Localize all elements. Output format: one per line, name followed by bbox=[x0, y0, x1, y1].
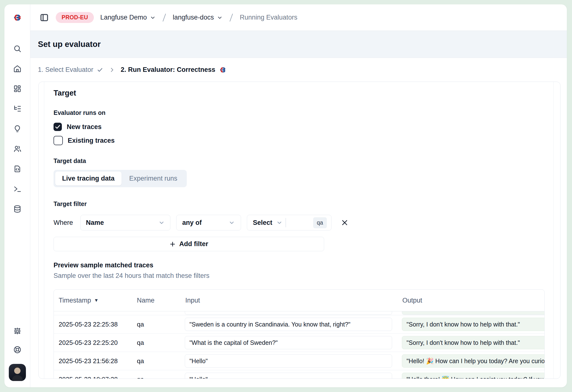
column-header-name: Name bbox=[132, 297, 180, 304]
chevron-down-icon bbox=[276, 220, 283, 226]
plus-icon bbox=[169, 241, 176, 247]
select-divider bbox=[286, 218, 286, 227]
home-icon[interactable] bbox=[13, 64, 22, 73]
target-filter-label: Target filter bbox=[54, 200, 545, 207]
toggle-live-tracing-data[interactable]: Live tracing data bbox=[55, 172, 122, 186]
dashboards-icon[interactable] bbox=[13, 84, 22, 93]
search-icon[interactable] bbox=[13, 44, 22, 53]
langfuse-logo-icon[interactable] bbox=[13, 4, 22, 31]
output-cell[interactable]: "Sorry, I don't know how to help with th… bbox=[402, 318, 544, 331]
output-cell[interactable]: "Hello! 🎉 How can I help you today? Are … bbox=[402, 354, 544, 368]
breadcrumb-slash bbox=[230, 14, 233, 21]
chevron-down-icon bbox=[150, 15, 156, 20]
file-code-icon[interactable] bbox=[13, 164, 22, 173]
runs-on-label: Evaluator runs on bbox=[54, 109, 545, 116]
check-icon bbox=[97, 67, 103, 73]
table-row[interactable]: 2025-05-23 19:07:28 qa "Hello" "Hello th… bbox=[54, 370, 544, 378]
sort-desc-icon: ▼ bbox=[94, 298, 99, 303]
environment-badge[interactable]: PROD-EU bbox=[56, 12, 94, 23]
page-title: Set up evaluator bbox=[38, 40, 101, 49]
target-card-pane: Target Evaluator runs on New traces Exis… bbox=[44, 82, 554, 378]
table-row[interactable]: 2025-05-23 22:25:20 qa "What is the capi… bbox=[54, 334, 544, 352]
target-card: Target Evaluator runs on New traces Exis… bbox=[38, 82, 560, 379]
breadcrumb-page: Running Evaluators bbox=[240, 14, 298, 21]
sidebar bbox=[4, 4, 30, 387]
sidebar-footer bbox=[9, 327, 26, 387]
checkbox-new-traces[interactable]: New traces bbox=[54, 123, 102, 131]
filter-value-badge: qa bbox=[313, 217, 327, 228]
output-cell-clipped bbox=[402, 311, 544, 315]
checkbox-checked-icon[interactable] bbox=[54, 123, 62, 131]
table-row-partial bbox=[54, 311, 544, 315]
input-cell[interactable]: "Sweden is a country in Scandinavia. You… bbox=[185, 318, 392, 331]
filter-value-select[interactable]: Select qa bbox=[247, 215, 332, 231]
remove-filter-icon[interactable] bbox=[339, 217, 350, 228]
table-row[interactable]: 2025-05-23 21:56:28 qa "Hello" "Hello! 🎉… bbox=[54, 352, 544, 370]
breadcrumb-slash bbox=[162, 14, 166, 21]
column-header-output: Output bbox=[397, 297, 544, 304]
settings-gear-icon[interactable] bbox=[13, 327, 22, 336]
add-filter-button[interactable]: Add filter bbox=[54, 237, 324, 251]
step-select-evaluator[interactable]: 1. Select Evaluator bbox=[38, 66, 103, 74]
sidebar-toggle-icon[interactable] bbox=[39, 13, 49, 23]
evaluator-langfuse-icon bbox=[219, 67, 227, 73]
breadcrumb-project[interactable]: langfuse-docs bbox=[173, 14, 223, 21]
table-row[interactable]: 2025-05-23 22:25:38 qa "Sweden is a coun… bbox=[54, 315, 544, 334]
preview-title: Preview sample matched traces bbox=[54, 262, 545, 269]
preview-subtitle: Sample over the last 24 hours that match… bbox=[54, 272, 545, 280]
output-cell[interactable]: "Sorry, I don't know how to help with th… bbox=[402, 336, 544, 349]
input-cell[interactable]: "Hello" bbox=[185, 354, 392, 368]
database-icon[interactable] bbox=[13, 204, 22, 213]
breadcrumb-org[interactable]: Langfuse Demo bbox=[100, 14, 156, 21]
toggle-experiment-runs[interactable]: Experiment runs bbox=[122, 172, 185, 186]
chevron-right-icon bbox=[109, 67, 115, 73]
table-header-row: Timestamp ▼ Name Input Output bbox=[54, 290, 544, 311]
tracing-tree-icon[interactable] bbox=[13, 104, 22, 113]
input-cell-clipped bbox=[185, 311, 392, 315]
checkbox-existing-traces[interactable]: Existing traces bbox=[54, 136, 115, 145]
chevron-down-icon bbox=[229, 220, 235, 226]
app-window: PROD-EU Langfuse Demo langfuse-docs Runn… bbox=[4, 4, 567, 387]
where-label: Where bbox=[54, 219, 73, 227]
output-cell[interactable]: "Hello there! 😇 How can I assist you tod… bbox=[402, 373, 544, 378]
page-title-bar: Set up evaluator bbox=[30, 31, 567, 58]
main-area: PROD-EU Langfuse Demo langfuse-docs Runn… bbox=[30, 4, 567, 387]
checkbox-unchecked-icon[interactable] bbox=[54, 136, 63, 145]
preview-traces-table: Timestamp ▼ Name Input Output bbox=[54, 289, 545, 378]
target-data-toggle: Live tracing data Experiment runs bbox=[54, 170, 187, 187]
steps-bar: 1. Select Evaluator 2. Run Evaluator: Co… bbox=[30, 58, 567, 82]
user-avatar[interactable] bbox=[9, 364, 26, 381]
content-area: Target Evaluator runs on New traces Exis… bbox=[30, 82, 567, 387]
input-cell[interactable]: "What is the capital of Sweden?" bbox=[185, 336, 392, 349]
section-title: Target bbox=[54, 89, 545, 97]
filter-operator-select[interactable]: any of bbox=[176, 215, 241, 231]
chevron-down-icon bbox=[159, 220, 165, 226]
lightbulb-icon[interactable] bbox=[13, 125, 22, 133]
filter-column-select[interactable]: Name bbox=[80, 215, 170, 231]
support-lifebuoy-icon[interactable] bbox=[13, 345, 22, 354]
filter-row: Where Name any of Select bbox=[54, 215, 545, 231]
terminal-icon[interactable] bbox=[13, 185, 22, 193]
column-header-timestamp[interactable]: Timestamp ▼ bbox=[54, 297, 132, 304]
step-run-evaluator[interactable]: 2. Run Evaluator: Correctness bbox=[121, 66, 227, 74]
column-header-input: Input bbox=[180, 297, 397, 304]
input-cell[interactable]: "Hello" bbox=[185, 373, 392, 378]
target-data-label: Target data bbox=[54, 157, 545, 164]
top-navbar: PROD-EU Langfuse Demo langfuse-docs Runn… bbox=[30, 4, 567, 31]
sidebar-nav bbox=[13, 31, 22, 213]
users-icon[interactable] bbox=[13, 144, 22, 153]
chevron-down-icon bbox=[217, 15, 223, 20]
